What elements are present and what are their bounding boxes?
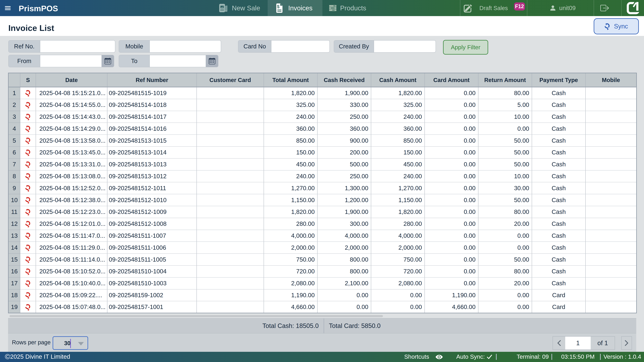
svg-text:$: $: [277, 4, 280, 9]
